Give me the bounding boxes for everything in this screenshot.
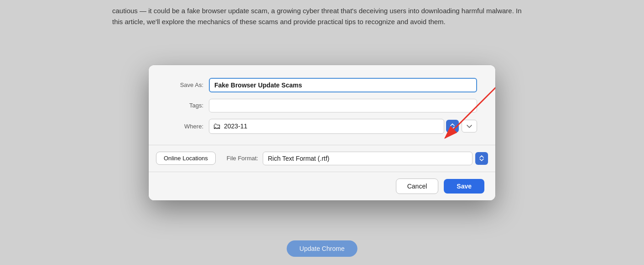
where-stepper-button[interactable] <box>446 120 459 132</box>
dialog-top-section: Save As: Tags: Where: 🗂 2023-11 <box>149 65 495 145</box>
file-format-value: Rich Text Format (.rtf) <box>268 155 329 162</box>
expand-icon <box>467 124 472 128</box>
format-stepper-button[interactable] <box>475 152 488 165</box>
dialog-bottom-section: Online Locations File Format: Rich Text … <box>149 145 495 172</box>
cancel-button[interactable]: Cancel <box>396 178 439 194</box>
online-locations-button[interactable]: Online Locations <box>156 152 216 165</box>
tags-label: Tags: <box>167 102 203 109</box>
file-format-selector[interactable]: Rich Text Format (.rtf) <box>263 152 473 165</box>
format-chevron-down-icon <box>479 158 484 161</box>
folder-icon: 🗂 <box>213 122 221 131</box>
save-dialog: Save As: Tags: Where: 🗂 2023-11 <box>149 65 495 200</box>
chevron-up-icon <box>450 123 455 126</box>
where-row: Where: 🗂 2023-11 <box>167 119 477 134</box>
dialog-buttons-section: Cancel Save <box>149 172 495 200</box>
tags-input[interactable] <box>209 99 477 112</box>
save-as-row: Save As: <box>167 78 477 92</box>
where-value: 2023-11 <box>224 122 247 130</box>
modal-overlay: Save As: Tags: Where: 🗂 2023-11 <box>0 0 644 265</box>
save-as-label: Save As: <box>167 82 203 88</box>
tags-row: Tags: <box>167 99 477 112</box>
expand-button[interactable] <box>462 120 477 132</box>
save-button[interactable]: Save <box>444 179 484 194</box>
where-label: Where: <box>167 123 203 130</box>
save-as-input[interactable] <box>209 78 477 92</box>
chevron-down-icon <box>450 127 455 129</box>
format-chevron-up-icon <box>479 155 484 158</box>
file-format-label: File Format: <box>227 155 258 162</box>
where-selector[interactable]: 🗂 2023-11 <box>209 119 444 134</box>
